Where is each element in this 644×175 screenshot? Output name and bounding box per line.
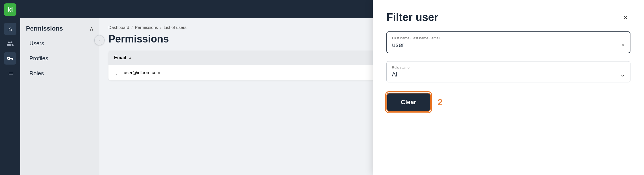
breadcrumb-sep2: /	[160, 25, 161, 30]
filter-title: Filter user	[386, 18, 438, 24]
left-nav-title: Permissions	[26, 25, 63, 32]
nav-roles[interactable]: Roles	[23, 66, 97, 81]
filter-actions: Clear 2	[386, 93, 630, 112]
sidebar: id ⌂	[0, 0, 20, 175]
sort-icon: ▲	[129, 56, 132, 60]
name-filter-label: First name / last name / email	[392, 36, 625, 40]
breadcrumb-sep1: /	[131, 25, 132, 30]
filter-panel: Filter user × First name / last name / e…	[373, 18, 644, 175]
role-filter-label: Role name	[392, 65, 625, 70]
role-select-value: All	[392, 71, 399, 78]
role-filter-field[interactable]: Role name All ⌄	[386, 61, 630, 82]
breadcrumb-dashboard[interactable]: Dashboard	[108, 25, 129, 30]
row-menu-icon[interactable]: ⋮	[114, 70, 119, 76]
home-icon[interactable]: ⌂	[4, 23, 16, 35]
filter-close-button[interactable]: ×	[620, 18, 630, 23]
key-icon[interactable]	[4, 52, 16, 65]
list-icon[interactable]	[4, 67, 16, 79]
filter-header: Filter user ×	[386, 18, 630, 24]
chevron-down-icon: ⌄	[620, 71, 625, 78]
content-area: Permissions ∧ ‹ Users Profiles Roles Das…	[20, 18, 644, 175]
collapse-chevron-icon[interactable]: ∧	[89, 25, 94, 32]
nav-profiles[interactable]: Profiles	[23, 51, 97, 66]
step-badge: 2	[438, 97, 443, 108]
breadcrumb-current: List of users	[164, 25, 186, 30]
breadcrumb-permissions[interactable]: Permissions	[135, 25, 158, 30]
left-nav: Permissions ∧ ‹ Users Profiles Roles	[20, 18, 99, 175]
app-logo: id	[4, 3, 16, 16]
nav-users[interactable]: Users	[23, 36, 97, 51]
name-filter-field: First name / last name / email ×	[386, 31, 630, 53]
name-field-clear-button[interactable]: ×	[621, 42, 625, 48]
row-email: user@idloom.com	[124, 70, 160, 75]
collapse-arrow-btn[interactable]: ‹	[94, 35, 105, 45]
email-column-header[interactable]: Email	[114, 55, 126, 60]
name-filter-input[interactable]	[392, 41, 621, 49]
main-area: Permissions ∧ ‹ Users Profiles Roles Das…	[20, 0, 644, 175]
users-manage-icon[interactable]	[4, 37, 16, 50]
clear-button[interactable]: Clear	[386, 93, 431, 112]
